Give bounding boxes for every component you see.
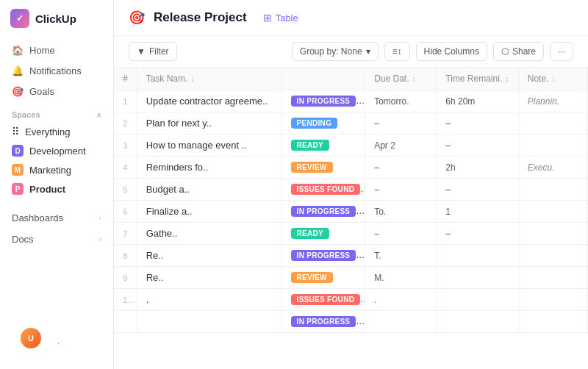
cell-task-9[interactable]: . [137, 289, 282, 311]
table-row[interactable]: IN PROGRESS [114, 311, 588, 333]
share-button[interactable]: ⬡ Share [493, 42, 544, 61]
sort-button[interactable]: ≡↕ [384, 42, 410, 61]
col-header-time[interactable]: Time Remaini.↕ [437, 68, 518, 90]
table-row[interactable]: 4 Reminders fo.. REVIEW – 2h Execu. [114, 157, 588, 179]
sidebar-item-notifications[interactable]: 🔔 Notifications [6, 60, 107, 81]
cell-num-4: 5 [114, 179, 137, 201]
sidebar-item-product[interactable]: P Product [6, 179, 107, 198]
cell-num-8: 9 [114, 267, 137, 289]
table-row[interactable]: 9 Re.. REVIEW M. [114, 267, 588, 289]
cell-status-0[interactable]: IN PROGRESS [282, 90, 365, 112]
cell-time-0: 6h 20m [437, 90, 518, 112]
cell-task-6[interactable]: Gathe.. [137, 223, 282, 245]
table-row[interactable]: 6 Finalize a.. IN PROGRESS To. 1 [114, 201, 588, 223]
status-badge-6: READY [291, 228, 330, 239]
sidebar-item-everything[interactable]: ⠿ Everything [6, 122, 107, 141]
sidebar-item-marketing-label: Marketing [29, 165, 71, 176]
cell-num-0: 1 [114, 90, 137, 112]
logo-area: ✓ ClickUp [0, 9, 113, 40]
sidebar-item-notifications-label: Notifications [29, 65, 82, 76]
notes-sort-icon: ↕ [551, 74, 556, 83]
cell-task-8[interactable]: Re.. [137, 267, 282, 289]
table-row[interactable]: 7 Gathe.. READY – – [114, 223, 588, 245]
sidebar-item-home[interactable]: 🏠 Home [6, 40, 107, 60]
sidebar-item-development[interactable]: D Development [6, 141, 107, 160]
more-options-button[interactable]: ··· [550, 42, 573, 61]
spaces-list: ⠿ Everything D Development M Marketing P… [0, 122, 113, 198]
dashboards-chevron: › [99, 214, 101, 222]
hide-columns-label: Hide Columns [424, 46, 479, 57]
table-view-tab[interactable]: ⊞ Table [256, 9, 306, 26]
cell-task-10[interactable] [137, 311, 282, 333]
cell-task-0[interactable]: Update contractor agreeme.. [137, 90, 282, 112]
cell-num-2: 3 [114, 135, 137, 157]
cell-notes-4 [518, 179, 587, 201]
filter-button[interactable]: ▼ Filter [129, 42, 177, 61]
spaces-collapse-icon[interactable]: ∧ [96, 111, 101, 119]
cell-status-5[interactable]: IN PROGRESS [282, 201, 365, 223]
cell-due-2: Apr 2 [365, 135, 437, 157]
sidebar-nav: 🏠 Home 🔔 Notifications 🎯 Goals [0, 40, 113, 101]
col-header-status [282, 68, 365, 90]
cell-status-4[interactable]: ISSUES FOUND [282, 179, 365, 201]
cell-task-1[interactable]: Plan for next y.. [137, 112, 282, 135]
group-by-label: Group by: None [300, 46, 362, 57]
status-badge-3: REVIEW [291, 162, 333, 173]
user-area[interactable]: U . [0, 322, 113, 360]
col-header-due[interactable]: Due Dat.↕ [365, 68, 437, 90]
cell-due-0: Tomorro. [365, 90, 437, 112]
col-header-task[interactable]: Task Nam.↕ [137, 68, 282, 90]
cell-notes-2 [518, 135, 587, 157]
cell-status-2[interactable]: READY [282, 135, 365, 157]
cell-status-9[interactable]: ISSUES FOUND [282, 289, 365, 311]
table-row[interactable]: 3 How to manage event .. READY Apr 2 – [114, 135, 588, 157]
cell-task-4[interactable]: Budget a.. [137, 179, 282, 201]
cell-task-3[interactable]: Reminders fo.. [137, 157, 282, 179]
table-row[interactable]: 5 Budget a.. ISSUES FOUND – – [114, 179, 588, 201]
cell-due-8: M. [365, 267, 437, 289]
cell-notes-0: Plannin. [518, 90, 587, 112]
status-badge-1: PENDING [291, 118, 338, 129]
cell-num-6: 7 [114, 223, 137, 245]
cell-status-3[interactable]: REVIEW [282, 157, 365, 179]
cell-status-8[interactable]: REVIEW [282, 267, 365, 289]
goals-icon: 🎯 [12, 85, 24, 97]
main-content: 🎯 Release Project ⊞ Table ▼ Filter Group… [114, 0, 588, 369]
product-dot: P [12, 183, 24, 195]
cell-due-3: – [365, 157, 437, 179]
cell-num-10 [114, 311, 137, 333]
time-sort-icon: ↕ [505, 74, 509, 83]
sidebar-item-everything-label: Everything [25, 126, 70, 137]
cell-status-1[interactable]: PENDING [282, 112, 365, 135]
status-badge-10: IN PROGRESS [291, 316, 356, 327]
more-options-icon: ··· [558, 46, 565, 57]
cell-status-7[interactable]: IN PROGRESS [282, 245, 365, 267]
col-header-notes[interactable]: Note.↕ [518, 68, 587, 90]
cell-task-5[interactable]: Finalize a.. [137, 201, 282, 223]
sidebar-item-docs[interactable]: Docs › [0, 229, 113, 250]
everything-icon: ⠿ [12, 126, 19, 137]
cell-time-4: – [437, 179, 518, 201]
cell-status-10[interactable]: IN PROGRESS [282, 311, 365, 333]
sidebar-item-goals[interactable]: 🎯 Goals [6, 81, 107, 101]
sidebar-item-product-label: Product [29, 184, 65, 195]
sidebar-item-marketing[interactable]: M Marketing [6, 160, 107, 179]
group-by-button[interactable]: Group by: None ▾ [292, 42, 379, 61]
cell-due-6: – [365, 223, 437, 245]
table-header-row: # Task Nam.↕ Due Dat.↕ Time Remaini.↕ No… [114, 68, 588, 90]
cell-due-9: . [365, 289, 437, 311]
status-badge-9: ISSUES FOUND [291, 294, 361, 305]
table-row[interactable]: 8 Re.. IN PROGRESS T. [114, 245, 588, 267]
hide-columns-button[interactable]: Hide Columns [416, 42, 487, 61]
cell-status-6[interactable]: READY [282, 223, 365, 245]
cell-num-7: 8 [114, 245, 137, 267]
cell-due-10 [365, 311, 437, 333]
cell-task-2[interactable]: How to manage event .. [137, 135, 282, 157]
filter-label: Filter [149, 46, 169, 57]
sidebar-item-dashboards[interactable]: Dashboards › [0, 207, 113, 229]
table-row[interactable]: 2 Plan for next y.. PENDING – – [114, 112, 588, 135]
cell-notes-10 [518, 311, 587, 333]
table-row[interactable]: 10 . ISSUES FOUND . [114, 289, 588, 311]
table-row[interactable]: 1 Update contractor agreeme.. IN PROGRES… [114, 90, 588, 112]
cell-task-7[interactable]: Re.. [137, 245, 282, 267]
